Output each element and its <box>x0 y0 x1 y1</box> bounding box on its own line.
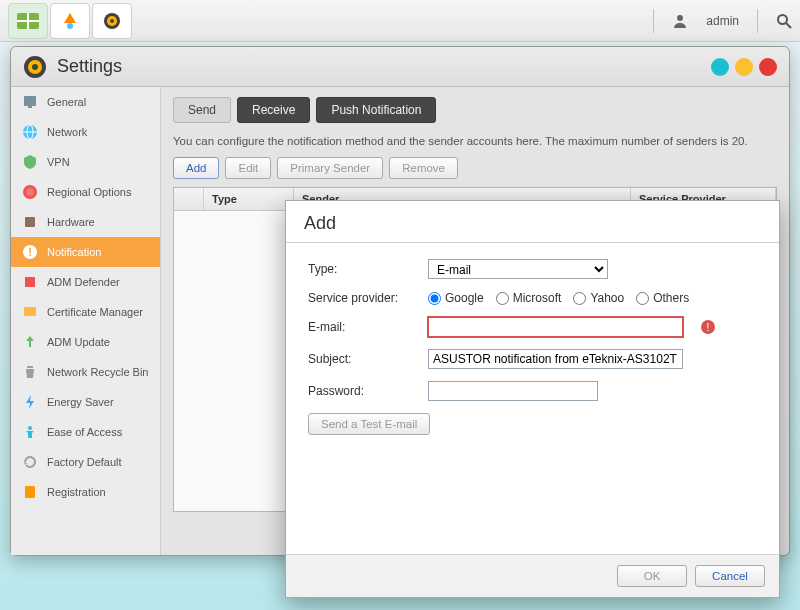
password-input[interactable] <box>428 381 598 401</box>
add-button[interactable]: Add <box>173 157 219 179</box>
taskbar-app-2[interactable] <box>50 3 90 39</box>
sidebar-item-label: Network <box>47 126 87 138</box>
provider-others[interactable]: Others <box>636 291 689 305</box>
password-label: Password: <box>308 384 428 398</box>
remove-button[interactable]: Remove <box>389 157 458 179</box>
sidebar-item-label: Network Recycle Bin <box>47 366 148 378</box>
settings-app-icon <box>23 55 47 79</box>
sidebar-item-defender[interactable]: ADM Defender <box>11 267 160 297</box>
certificate-icon <box>21 303 39 321</box>
titlebar: Settings <box>11 47 789 87</box>
sidebar-item-label: Regional Options <box>47 186 131 198</box>
svg-rect-23 <box>25 277 35 287</box>
svg-rect-25 <box>27 366 33 368</box>
vpn-icon <box>21 153 39 171</box>
provider-google[interactable]: Google <box>428 291 484 305</box>
edit-button[interactable]: Edit <box>225 157 271 179</box>
svg-rect-13 <box>24 96 36 106</box>
email-input[interactable] <box>428 317 683 337</box>
col-checkbox[interactable] <box>174 188 204 210</box>
sidebar-item-notification[interactable]: !Notification <box>11 237 160 267</box>
window-title: Settings <box>57 56 122 77</box>
ok-button[interactable]: OK <box>617 565 687 587</box>
col-type[interactable]: Type <box>204 188 294 210</box>
user-icon[interactable] <box>672 13 688 29</box>
factory-icon <box>21 453 39 471</box>
svg-point-12 <box>32 64 38 70</box>
tab-description: You can configure the notification metho… <box>173 133 777 149</box>
ease-icon <box>21 423 39 441</box>
sidebar-item-regional[interactable]: Regional Options <box>11 177 160 207</box>
search-icon[interactable] <box>776 13 792 29</box>
sidebar-item-update[interactable]: ADM Update <box>11 327 160 357</box>
svg-text:!: ! <box>28 246 32 258</box>
sidebar-item-label: Notification <box>47 246 101 258</box>
sidebar-item-label: General <box>47 96 86 108</box>
svg-rect-27 <box>25 486 35 498</box>
svg-rect-20 <box>25 217 35 227</box>
sidebar-item-general[interactable]: General <box>11 87 160 117</box>
close-button[interactable] <box>759 58 777 76</box>
sidebar-item-hardware[interactable]: Hardware <box>11 207 160 237</box>
help-button[interactable] <box>711 58 729 76</box>
svg-rect-2 <box>17 20 39 22</box>
svg-rect-24 <box>24 307 36 316</box>
tab-send[interactable]: Send <box>173 97 231 123</box>
tab-push[interactable]: Push Notification <box>316 97 436 123</box>
type-label: Type: <box>308 262 428 276</box>
taskbar-username[interactable]: admin <box>706 14 739 28</box>
svg-point-3 <box>67 23 73 29</box>
svg-point-19 <box>26 188 34 196</box>
sidebar-item-cert[interactable]: Certificate Manager <box>11 297 160 327</box>
sidebar-item-label: ADM Defender <box>47 276 120 288</box>
cancel-button[interactable]: Cancel <box>695 565 765 587</box>
network-icon <box>21 123 39 141</box>
sidebar-item-label: Factory Default <box>47 456 122 468</box>
sidebar-item-registration[interactable]: Registration <box>11 477 160 507</box>
sidebar-item-label: VPN <box>47 156 70 168</box>
sidebar-item-vpn[interactable]: VPN <box>11 147 160 177</box>
radio-microsoft[interactable] <box>496 292 509 305</box>
svg-point-8 <box>778 15 787 24</box>
svg-line-9 <box>786 23 791 28</box>
provider-yahoo[interactable]: Yahoo <box>573 291 624 305</box>
svg-rect-14 <box>28 106 32 108</box>
radio-google[interactable] <box>428 292 441 305</box>
sidebar-item-ease[interactable]: Ease of Access <box>11 417 160 447</box>
subject-label: Subject: <box>308 352 428 366</box>
error-icon: ! <box>701 320 715 334</box>
provider-microsoft[interactable]: Microsoft <box>496 291 562 305</box>
send-test-email-button[interactable]: Send a Test E-mail <box>308 413 430 435</box>
primary-sender-button[interactable]: Primary Sender <box>277 157 383 179</box>
taskbar: admin <box>0 0 800 42</box>
taskbar-app-3[interactable] <box>92 3 132 39</box>
general-icon <box>21 93 39 111</box>
sidebar: General Network VPN Regional Options Har… <box>11 87 161 555</box>
email-label: E-mail: <box>308 320 428 334</box>
sidebar-item-label: Ease of Access <box>47 426 122 438</box>
type-select[interactable]: E-mail <box>428 259 608 279</box>
minimize-button[interactable] <box>735 58 753 76</box>
tab-receive[interactable]: Receive <box>237 97 310 123</box>
sidebar-item-label: Certificate Manager <box>47 306 143 318</box>
taskbar-divider <box>757 9 758 33</box>
sidebar-item-network[interactable]: Network <box>11 117 160 147</box>
sidebar-item-factory[interactable]: Factory Default <box>11 447 160 477</box>
radio-yahoo[interactable] <box>573 292 586 305</box>
sidebar-item-recycle[interactable]: Network Recycle Bin <box>11 357 160 387</box>
hardware-icon <box>21 213 39 231</box>
notification-icon: ! <box>21 243 39 261</box>
globe-icon <box>21 183 39 201</box>
radio-others[interactable] <box>636 292 649 305</box>
recycle-icon <box>21 363 39 381</box>
subject-input[interactable] <box>428 349 683 369</box>
svg-point-26 <box>28 426 32 430</box>
taskbar-divider <box>653 9 654 33</box>
svg-point-6 <box>110 19 114 23</box>
taskbar-app-1[interactable] <box>8 3 48 39</box>
sidebar-item-label: Hardware <box>47 216 95 228</box>
sidebar-item-energy[interactable]: Energy Saver <box>11 387 160 417</box>
provider-label: Service provider: <box>308 291 428 305</box>
sidebar-item-label: ADM Update <box>47 336 110 348</box>
modal-title: Add <box>286 201 779 243</box>
